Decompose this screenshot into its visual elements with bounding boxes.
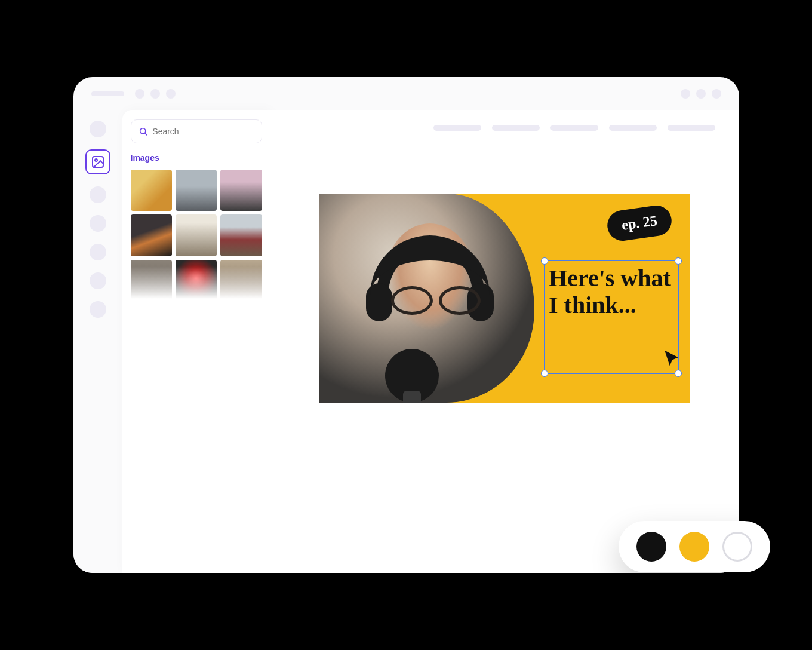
color-swatch-white[interactable] [722, 532, 752, 562]
nav-item[interactable] [90, 301, 106, 318]
toolbar-slot[interactable] [492, 125, 540, 131]
image-thumbnail[interactable] [176, 260, 217, 301]
resize-handle[interactable] [675, 257, 682, 265]
nav-rail [73, 110, 122, 573]
image-thumbnail[interactable] [131, 214, 172, 256]
titlebar-dot [135, 89, 144, 99]
image-thumbnail[interactable] [220, 170, 262, 211]
canvas-stage[interactable]: ep. 25 Here's what I think... [270, 146, 739, 573]
canvas-area: ep. 25 Here's what I think... [270, 110, 739, 573]
resize-handle[interactable] [675, 370, 682, 377]
titlebar-dot [150, 89, 160, 99]
image-thumbnail[interactable] [220, 214, 262, 256]
resize-handle[interactable] [541, 257, 548, 265]
cursor-icon [662, 349, 682, 369]
toolbar-slot[interactable] [550, 125, 598, 131]
search-icon [139, 126, 148, 137]
window-control-dot[interactable] [712, 89, 721, 99]
image-thumbnail[interactable] [176, 214, 217, 256]
nav-item[interactable] [90, 215, 106, 232]
search-box[interactable] [131, 119, 262, 143]
color-picker[interactable] [619, 521, 770, 572]
titlebar-dot [166, 89, 176, 99]
color-swatch-yellow[interactable] [679, 532, 709, 562]
selection-box[interactable] [544, 260, 679, 374]
image-thumbnail[interactable] [220, 260, 262, 301]
color-swatch-black[interactable] [636, 532, 666, 562]
toolbar-slot[interactable] [668, 125, 715, 131]
image-thumbnail[interactable] [131, 170, 172, 211]
window-titlebar [73, 77, 739, 110]
toolbar-slot[interactable] [433, 125, 481, 131]
toolbar-slot[interactable] [609, 125, 657, 131]
titlebar-handle [91, 91, 124, 96]
glasses-icon [391, 286, 481, 310]
image-icon [91, 155, 105, 169]
image-thumbnail[interactable] [131, 260, 172, 301]
nav-item[interactable] [90, 121, 106, 137]
headphone-cup-icon [366, 283, 392, 321]
nav-item[interactable] [90, 186, 106, 203]
headphone-cup-icon [467, 283, 494, 321]
resize-handle[interactable] [541, 370, 548, 377]
canvas-toolbar [270, 110, 739, 146]
nav-item[interactable] [90, 272, 106, 289]
nav-item[interactable] [90, 244, 106, 260]
window-control-dot[interactable] [681, 89, 690, 99]
episode-badge[interactable]: ep. 25 [605, 204, 673, 243]
side-panel: Images [122, 110, 270, 573]
panel-heading: Images [131, 153, 262, 162]
svg-point-1 [95, 159, 97, 161]
window-control-dot[interactable] [696, 89, 706, 99]
nav-item-images[interactable] [85, 149, 110, 174]
search-input[interactable] [152, 127, 254, 136]
design-canvas[interactable]: ep. 25 Here's what I think... [319, 194, 690, 403]
image-thumbnail[interactable] [176, 170, 217, 211]
photo-blob[interactable] [319, 194, 534, 403]
image-thumbnail-grid [131, 170, 262, 301]
headphones-icon [377, 239, 484, 305]
app-window: Images [73, 77, 739, 573]
microphone-icon [385, 349, 439, 403]
